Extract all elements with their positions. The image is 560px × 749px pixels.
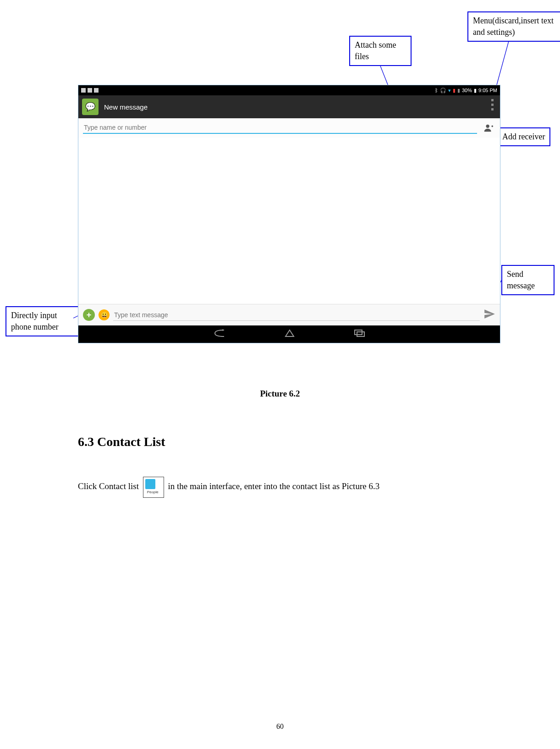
signal-icon: ▮ [453,88,456,94]
back-nav-button[interactable] [213,329,225,339]
status-icon [81,88,86,93]
compose-row: + 😀 [78,304,500,325]
page-number: 60 [0,722,560,731]
svg-point-5 [486,125,489,128]
overflow-menu-button[interactable] [491,99,494,110]
document-page: Attach some files Menu(discard,insert te… [0,0,560,749]
section-body-after: in the main interface, enter into the co… [168,481,380,491]
emoji-button[interactable]: 😀 [99,309,110,320]
section-body: Click Contact list in the main interface… [78,477,426,498]
add-contact-button[interactable] [482,121,495,135]
send-icon [483,308,495,320]
recent-icon [354,330,365,337]
android-nav-bar [78,325,500,343]
callout-send-message-text: Send message [507,270,535,290]
figure-caption-text: Picture 6.2 [260,389,300,398]
headset-icon: 🎧 [440,88,446,94]
section-heading: 6.3 Contact List [78,435,165,449]
android-screenshot: ᛒ 🎧 ▾ ▮ ▮ 30% ▮ 9:05 PM New message [78,85,500,343]
status-icon [94,88,99,93]
send-button[interactable] [483,308,495,322]
home-icon [285,329,295,337]
callout-add-receiver: Add receiver [497,127,550,146]
signal-icon-2: ▮ [457,88,460,94]
section-heading-text: 6.3 Contact List [78,435,165,449]
callout-direct-input: Directly input phone number [5,306,81,336]
battery-icon: ▮ [474,88,477,94]
figure-caption: Picture 6.2 [0,389,560,399]
callout-attach-files-text: Attach some files [355,40,396,61]
clock-text: 9:05 PM [478,88,497,93]
compose-input[interactable] [113,309,480,321]
recipient-row [78,118,500,138]
callout-menu: Menu(discard,insert text and settings) [467,11,560,42]
battery-pct: 30% [462,88,472,93]
people-app-icon [143,477,164,498]
callout-direct-input-text: Directly input phone number [11,311,58,331]
attach-button[interactable]: + [83,309,95,321]
message-thread-blank [78,138,500,304]
home-nav-button[interactable] [285,329,295,339]
callout-send-message: Send message [501,265,555,295]
action-bar: New message [78,95,500,118]
section-body-before: Click Contact list [78,481,139,491]
add-contact-icon [483,123,494,133]
bluetooth-icon: ᛒ [435,88,438,93]
status-bar: ᛒ 🎧 ▾ ▮ ▮ 30% ▮ 9:05 PM [78,85,500,95]
callout-menu-text: Menu(discard,insert text and settings) [473,16,554,37]
wifi-icon: ▾ [448,88,451,94]
recent-nav-button[interactable] [354,330,365,339]
messaging-app-icon[interactable] [82,99,99,115]
callout-add-receiver-text: Add receiver [502,132,545,141]
recipient-input[interactable] [83,122,477,134]
callout-attach-files: Attach some files [349,36,412,66]
action-bar-title: New message [104,103,148,111]
status-icon [88,88,92,93]
page-number-text: 60 [276,722,284,730]
back-icon [213,329,225,337]
